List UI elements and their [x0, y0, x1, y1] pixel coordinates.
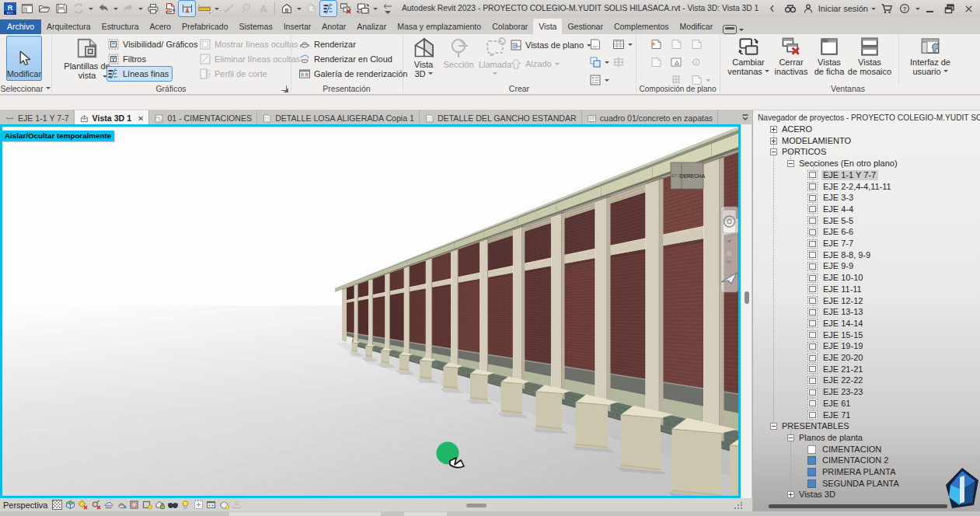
revisions-button[interactable]	[670, 55, 682, 69]
schedules-button[interactable]	[612, 37, 633, 51]
tree-item-label[interactable]: Secciones (En otro plano)	[797, 159, 900, 169]
tree-item-label[interactable]: EJE 13-13	[821, 307, 865, 317]
close-inactive-windows-button[interactable]	[337, 1, 354, 16]
view-tab-4[interactable]: DETALLE DEL GANCHO ESTANDAR	[420, 110, 582, 126]
tree-item-label[interactable]: EJE 8-8, 9-9	[821, 250, 873, 260]
tree-item[interactable]: EJE 7-7	[807, 238, 856, 249]
tree-item-label[interactable]: EJE 12-12	[821, 296, 865, 306]
print-button[interactable]	[145, 1, 161, 16]
user-interface-button[interactable]: Interfaz deusuario	[906, 37, 954, 76]
filters-button[interactable]: Filtros	[107, 52, 146, 66]
close-button[interactable]	[960, 1, 977, 16]
tree-item-label[interactable]: EJE 6-6	[821, 227, 856, 237]
tree-item[interactable]: EJE 71	[807, 410, 853, 421]
close-inactive-ribbon-button[interactable]: Cerrarinactivas	[771, 37, 811, 76]
tree-item-label[interactable]: EJE 20-20	[821, 353, 865, 363]
default-3d-view-button[interactable]	[278, 1, 295, 16]
tree-item-label[interactable]: EJE 15-15	[821, 330, 865, 340]
linear-dimension-button[interactable]	[221, 1, 237, 16]
tree-item[interactable]: CIMENTACION 2	[807, 455, 891, 466]
tree-item-label[interactable]: PRESENTABLES	[780, 421, 852, 431]
plan-views-button[interactable]: Vistas de plano	[510, 38, 591, 52]
text-button[interactable]: A	[255, 1, 271, 16]
redo-button[interactable]	[120, 1, 136, 16]
tag-by-category-button[interactable]: 1	[238, 1, 254, 16]
tree-item-label[interactable]: EJE 2-2,4-4,11-11	[821, 182, 894, 192]
tile-views-button[interactable]: Vistasde mosaico	[847, 37, 892, 76]
help-button[interactable]: ?	[896, 1, 912, 16]
ribbon-tab-sistemas[interactable]: Sistemas	[233, 19, 277, 34]
customize-qat-button[interactable]	[379, 1, 396, 16]
tree-expand-toggle[interactable]	[787, 491, 794, 498]
tree-item[interactable]: EJE 6-6	[807, 226, 856, 238]
tree-item-label[interactable]: CIMENTACION	[821, 445, 884, 455]
tree-item[interactable]: EJE 1-1 Y 7-7	[807, 169, 878, 181]
view-tab-5[interactable]: cuadro 01/concreto en zapatas	[582, 110, 718, 126]
close-view-tab-icon[interactable]: ✕	[138, 114, 144, 123]
tree-item[interactable]: Planos de planta	[787, 432, 865, 444]
sheet-button[interactable]	[589, 37, 602, 51]
tree-item-label[interactable]: PORTICOS	[780, 147, 828, 157]
tree-item-label[interactable]: EJE 21-21	[821, 364, 865, 375]
render-icon[interactable]	[117, 500, 127, 510]
temp-view-props-icon[interactable]	[194, 500, 204, 510]
ribbon-tab-acero[interactable]: Acero	[145, 19, 176, 34]
ribbon-tab-insertar[interactable]: Insertar	[278, 19, 317, 34]
tree-item[interactable]: MODELAMIENTO	[770, 135, 853, 147]
minimize-button[interactable]	[922, 1, 940, 16]
measure-dropdown[interactable]	[213, 1, 220, 16]
visual-style-icon[interactable]	[78, 500, 88, 510]
sheet-half-button[interactable]	[690, 37, 703, 51]
signin-label[interactable]: Iniciar sesión	[818, 4, 868, 13]
thin-lines-ribbon-button[interactable]: Líneas finas	[107, 67, 172, 81]
tree-item-label[interactable]: MODELAMIENTO	[780, 136, 853, 146]
tree-item-label[interactable]: Planos de planta	[797, 433, 865, 443]
worksharing-icon[interactable]	[206, 500, 216, 510]
tree-item[interactable]: EJE 9-9	[807, 260, 856, 272]
tree-item-label[interactable]: Vistas 3D	[797, 490, 838, 500]
tree-item-label[interactable]: EJE 11-11	[821, 284, 864, 295]
search-button[interactable]	[783, 1, 799, 16]
lock-3d-icon[interactable]	[155, 500, 165, 510]
ribbon-tab-anotar[interactable]: Anotar	[316, 19, 351, 34]
aligned-dimension-button[interactable]	[179, 1, 195, 16]
view-tab-list-button[interactable]	[738, 110, 752, 126]
show-hidden-lines-button[interactable]: Mostrar líneas ocultas	[199, 37, 298, 51]
tree-item-label[interactable]: EJE 7-7	[821, 239, 856, 249]
tree-item-label[interactable]: EJE 1-1 Y 7-7	[821, 170, 878, 180]
tree-item-label[interactable]: ACERO	[780, 124, 814, 134]
sync-dropdown[interactable]	[87, 1, 94, 16]
tree-item-label[interactable]: EJE 22-22	[821, 375, 865, 385]
tree-item-label[interactable]: EJE 4-4	[821, 204, 856, 214]
section-button-ribbon[interactable]: Sección	[441, 37, 476, 69]
ribbon-tab-prefabricado[interactable]: Prefabricado	[176, 19, 234, 34]
reveal-constraints-icon[interactable]	[232, 500, 242, 510]
help-dropdown[interactable]	[914, 1, 921, 16]
drawing-horizontal-scrollbar[interactable]	[466, 504, 487, 507]
home-button[interactable]	[19, 1, 35, 16]
tree-item[interactable]: EJE 19-19	[807, 340, 865, 352]
tree-item[interactable]: CIMENTACION	[807, 444, 884, 455]
tree-expand-toggle[interactable]	[770, 148, 777, 155]
save-button[interactable]	[53, 1, 69, 16]
title-block-button[interactable]	[650, 55, 662, 69]
scope-box-button[interactable]	[612, 55, 625, 69]
scale-icon[interactable]	[52, 500, 62, 510]
3d-view-canvas[interactable]: EY.1DERECHA	[2, 127, 738, 496]
tree-item[interactable]: EJE 2-2,4-4,11-11	[807, 181, 894, 193]
switch-windows-button[interactable]	[354, 1, 371, 16]
tree-item[interactable]: EJE 12-12	[807, 295, 865, 307]
reveal-hidden-icon[interactable]	[180, 500, 190, 510]
tree-item[interactable]: EJE 10-10	[807, 272, 865, 284]
ribbon-tab-modificar[interactable]: Modificar	[675, 19, 719, 34]
tree-item[interactable]: Secciones (En otro plano)	[787, 158, 900, 169]
show-crop-icon[interactable]	[142, 500, 152, 510]
tree-item[interactable]: EJE 13-13	[807, 306, 865, 318]
panel-label-seleccionar[interactable]: Seleccionar	[0, 84, 51, 93]
tree-expand-toggle[interactable]	[770, 138, 777, 145]
graficos-dialog-launcher[interactable]	[281, 85, 288, 92]
collapse-search-button[interactable]	[765, 1, 781, 16]
tree-item[interactable]: EJE 61	[807, 398, 853, 410]
view-tab-3[interactable]: DETALLE LOSA ALIGERADA Copia 1	[257, 110, 420, 126]
undo-dropdown[interactable]	[112, 1, 119, 16]
